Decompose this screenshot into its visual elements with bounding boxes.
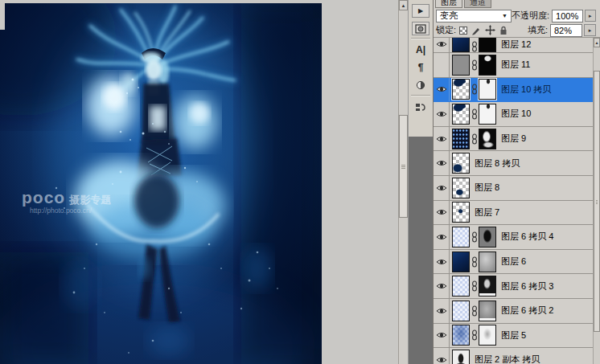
layer-thumbnail[interactable] [452, 227, 470, 247]
layer-row[interactable]: 图层 8 拷贝 [434, 151, 593, 176]
tab-layers[interactable]: 图层 [435, 0, 462, 8]
layer-thumbnail[interactable] [452, 55, 470, 76]
layer-row[interactable]: 图层 11 [434, 53, 593, 78]
lock-transparency-icon[interactable] [459, 27, 467, 35]
link-icon [470, 256, 479, 268]
document-vertical-scrollbar[interactable]: ▲ [398, 0, 408, 364]
lock-pixels-brush-icon[interactable] [471, 26, 481, 35]
layers-scroll-up-button[interactable]: ▲ [594, 38, 600, 47]
watermark-url: http://photo.poco.cn/ [30, 207, 111, 215]
layer-mask-thumbnail[interactable] [479, 227, 496, 247]
visibility-toggle[interactable] [434, 324, 450, 348]
layer-thumbnail[interactable] [452, 252, 470, 272]
photoshop-window: poco 摄影专题 http://photo.poco.cn/ ▲ ▶ A| [0, 0, 600, 364]
lock-all-padlock-icon[interactable] [499, 26, 508, 35]
layer-row[interactable]: 图层 12 [434, 38, 593, 53]
canvas-image[interactable]: poco 摄影专题 http://photo.poco.cn/ [0, 3, 322, 364]
visibility-toggle[interactable] [434, 201, 450, 225]
layer-row[interactable]: 图层 9 [434, 127, 593, 152]
layer-mask-thumbnail[interactable] [479, 325, 496, 346]
fill-value: 82% [554, 26, 572, 35]
layer-row[interactable]: 图层 6 [434, 250, 593, 275]
layer-thumbnail[interactable] [452, 178, 470, 198]
dock-separator [411, 38, 430, 39]
lock-label: 锁定: [436, 24, 456, 36]
opacity-slider-button[interactable]: ▸ [585, 10, 596, 22]
link-icon [470, 84, 479, 95]
visibility-toggle[interactable] [434, 78, 450, 102]
visibility-toggle[interactable] [434, 348, 450, 364]
layer-thumbnail[interactable] [452, 301, 470, 321]
layers-scrollbar[interactable]: ▲ [593, 38, 600, 364]
layer-row[interactable]: 图层 7 [434, 201, 593, 226]
layer-mask-thumbnail[interactable] [479, 129, 496, 149]
visibility-toggle[interactable] [434, 274, 450, 298]
layer-mask-thumbnail[interactable] [479, 104, 496, 125]
visibility-toggle[interactable] [434, 299, 450, 323]
layer-thumbnail[interactable] [452, 350, 470, 364]
visibility-toggle[interactable] [434, 127, 450, 151]
layer-thumbnail[interactable] [452, 153, 470, 174]
visibility-toggle[interactable] [434, 151, 450, 175]
layer-row[interactable]: 图层 2 副本 拷贝 [434, 348, 593, 364]
layer-row[interactable]: 图层 5 [434, 324, 593, 349]
visibility-toggle[interactable] [434, 250, 450, 274]
opacity-value-field[interactable]: 100% [552, 10, 582, 22]
layer-thumbnail[interactable] [452, 202, 470, 223]
layer-thumbnail[interactable] [452, 325, 470, 346]
layer-thumbnail[interactable] [452, 276, 470, 297]
scrollbar-grip [401, 165, 405, 169]
blend-mode-row: 变亮 ▼ 不透明度: 100% ▸ [434, 8, 600, 23]
tab-channels[interactable]: 通道 [464, 0, 491, 8]
layer-row[interactable]: 图层 6 拷贝 4 [434, 225, 593, 250]
dock-separator [411, 95, 430, 96]
layers-list: 图层 12 图层 11 [434, 38, 593, 364]
layer-row[interactable]: 图层 8 [434, 176, 593, 201]
layer-thumbnail[interactable] [452, 104, 470, 125]
fill-label: 填充: [528, 24, 548, 36]
character-panel-icon[interactable]: A| [412, 43, 429, 57]
layer-thumbnail[interactable] [452, 129, 470, 149]
layer-mask-thumbnail[interactable] [479, 55, 496, 76]
eye-icon [436, 208, 447, 216]
document-scrollbar-thumb[interactable] [399, 115, 408, 218]
visibility-toggle[interactable] [434, 38, 450, 52]
layer-row[interactable]: 图层 6 拷贝 3 [434, 274, 593, 299]
layer-thumbnail[interactable] [452, 79, 470, 100]
eye-icon [436, 307, 447, 315]
blend-mode-select[interactable]: 变亮 ▼ [436, 10, 512, 22]
fill-value-field[interactable]: 82% [550, 24, 582, 37]
layer-mask-thumbnail[interactable] [479, 38, 496, 52]
layers-scrollbar-thumb[interactable] [594, 71, 600, 332]
visibility-toggle[interactable] [434, 176, 450, 200]
actions-panel-icon[interactable]: ▶ [412, 4, 429, 18]
eye-icon [436, 40, 447, 48]
visibility-toggle[interactable] [434, 102, 450, 126]
layer-name: 图层 7 [475, 207, 499, 219]
layer-name: 图层 2 副本 拷贝 [475, 354, 540, 364]
layer-row[interactable]: 图层 10 拷贝 [434, 78, 593, 103]
artwork-figure [0, 3, 322, 364]
panel-tabs: 图层 通道 [434, 0, 600, 8]
layer-row[interactable]: 图层 6 拷贝 2 [434, 299, 593, 324]
layer-mask-thumbnail[interactable] [479, 79, 496, 100]
layer-row[interactable]: 图层 10 [434, 102, 593, 127]
paragraph-glyph: ¶ [418, 62, 424, 73]
layer-name: 图层 6 拷贝 2 [501, 305, 553, 317]
masks-panel-icon[interactable] [412, 22, 429, 35]
panel-dock: ▶ A| ¶ [408, 0, 433, 364]
layer-name: 图层 9 [501, 133, 526, 145]
paragraph-panel-icon[interactable]: ¶ [412, 60, 429, 75]
visibility-toggle[interactable] [434, 53, 450, 77]
clone-source-panel-icon[interactable] [412, 100, 429, 114]
layer-mask-thumbnail[interactable] [479, 301, 496, 321]
visibility-toggle[interactable] [434, 225, 450, 249]
adjustments-panel-icon[interactable] [412, 78, 429, 92]
layer-thumbnail[interactable] [452, 38, 470, 52]
layer-mask-thumbnail[interactable] [479, 252, 496, 272]
layer-name: 图层 10 [501, 108, 531, 120]
scroll-up-button[interactable]: ▲ [399, 0, 408, 10]
lock-position-move-icon[interactable] [485, 25, 495, 35]
layer-mask-thumbnail[interactable] [479, 276, 496, 297]
fill-slider-button[interactable]: ▸ [584, 24, 596, 36]
